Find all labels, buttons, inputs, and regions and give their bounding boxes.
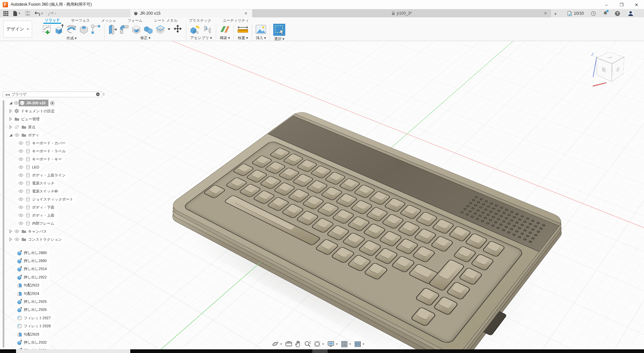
ribbon-tab-3[interactable]: フォーム bbox=[126, 18, 144, 23]
eye-visible-icon[interactable] bbox=[18, 165, 23, 169]
more-caret-icon[interactable] bbox=[167, 28, 171, 31]
eye-visible-icon[interactable] bbox=[14, 238, 19, 241]
save-icon[interactable] bbox=[25, 11, 30, 16]
feature-item[interactable]: 押し出し2914 bbox=[16, 266, 49, 272]
expander-icon[interactable] bbox=[8, 133, 13, 137]
look-at-icon[interactable] bbox=[285, 341, 292, 347]
ribbon-tab-6[interactable]: ユーティリティ bbox=[221, 18, 251, 23]
eye-visible-icon[interactable] bbox=[18, 173, 23, 177]
design-menu-button[interactable]: デザイン▼ bbox=[3, 21, 32, 37]
doc-tab-jr200[interactable]: JR-200 v15 ✕ bbox=[130, 9, 252, 17]
job-status[interactable]: 10/10 bbox=[567, 11, 584, 16]
view-cube[interactable]: Z 上 前 右 bbox=[585, 47, 629, 87]
tree-item[interactable]: キャンバス bbox=[13, 228, 49, 235]
panel-resize-grip[interactable]: ‖ bbox=[103, 93, 105, 96]
eye-visible-icon[interactable] bbox=[18, 206, 23, 209]
tree-item[interactable]: 電源スイッチ bbox=[17, 180, 57, 187]
user-avatar[interactable] bbox=[627, 10, 634, 17]
tree-item[interactable]: ジョイスティックポート bbox=[17, 196, 76, 203]
group-label[interactable]: 選択 ▾ bbox=[274, 36, 285, 41]
redo-icon[interactable]: ▼ bbox=[48, 11, 57, 16]
eye-visible-icon[interactable] bbox=[18, 190, 23, 193]
root-component[interactable]: JR-200 v15 bbox=[19, 100, 48, 106]
press-pull-icon[interactable] bbox=[108, 24, 117, 35]
tree-item[interactable]: 原点 bbox=[13, 124, 38, 130]
offset-icon[interactable] bbox=[155, 25, 165, 34]
close-button[interactable]: ✕ bbox=[629, 0, 644, 9]
group-label[interactable]: 作成 ▾ bbox=[66, 36, 77, 41]
feature-item[interactable]: フィレット2928 bbox=[16, 323, 53, 330]
feature-item[interactable]: 押し出し2932 bbox=[16, 339, 49, 346]
ribbon-tab-1[interactable]: サーフェス bbox=[70, 18, 91, 23]
viewport-3d[interactable]: ◀◀ ブラウザ ‖ JR-200 v15 ドキュメントの設定 ビュー管理 原点 … bbox=[0, 41, 644, 349]
insert-image-icon[interactable] bbox=[256, 25, 266, 34]
eye-visible-icon[interactable] bbox=[13, 101, 19, 105]
group-label[interactable]: 検査 ▾ bbox=[238, 35, 248, 40]
feature-item[interactable]: 押し出し2890 bbox=[16, 257, 49, 264]
ribbon-tab-2[interactable]: メッシュ bbox=[100, 18, 118, 23]
expander-icon[interactable] bbox=[8, 101, 13, 105]
pattern-icon[interactable] bbox=[91, 24, 101, 34]
pan-icon[interactable] bbox=[295, 341, 301, 347]
viewports-icon[interactable]: ▼ bbox=[354, 341, 365, 347]
ribbon-tab-4[interactable]: シート メタル bbox=[153, 18, 179, 23]
grid-snap-icon[interactable]: ▼ bbox=[341, 341, 351, 347]
eye-visible-icon[interactable] bbox=[18, 222, 23, 225]
tree-item[interactable]: キーボード・カバー bbox=[17, 140, 68, 146]
doc-tab-jr100[interactable]: jr100_3* ✕ bbox=[252, 9, 551, 17]
tree-item[interactable]: ボディ・上面ライン bbox=[17, 172, 68, 179]
tree-item[interactable]: ボディ bbox=[13, 132, 42, 138]
ribbon-tab-solid[interactable]: ソリッド bbox=[43, 17, 61, 24]
notifications-bell-icon[interactable] bbox=[603, 11, 608, 16]
tree-item[interactable]: LED bbox=[17, 164, 42, 170]
extrude-icon[interactable] bbox=[54, 24, 64, 35]
zoom-icon[interactable] bbox=[304, 341, 311, 347]
fillet-icon[interactable] bbox=[119, 24, 129, 34]
eye-visible-icon[interactable] bbox=[18, 214, 23, 217]
eye-visible-icon[interactable] bbox=[18, 149, 23, 153]
feature-item[interactable]: 押し出し2925 bbox=[16, 298, 49, 305]
undo-icon[interactable]: ▼ bbox=[35, 11, 43, 16]
minimize-button[interactable]: – bbox=[599, 0, 614, 9]
feature-item[interactable]: 押し出し2922 bbox=[16, 274, 49, 280]
tab-close-icon[interactable]: ✕ bbox=[542, 11, 548, 16]
feature-item[interactable]: 勾配2929 bbox=[16, 331, 42, 338]
joint-icon[interactable] bbox=[202, 24, 212, 34]
combine-icon[interactable] bbox=[143, 24, 153, 34]
group-label[interactable]: 構築 ▾ bbox=[220, 35, 230, 40]
eye-visible-icon[interactable] bbox=[18, 182, 23, 185]
feature-item[interactable]: 押し出し2926 bbox=[16, 307, 49, 313]
group-label[interactable]: 挿入 ▾ bbox=[256, 35, 266, 40]
create-sketch-icon[interactable] bbox=[42, 24, 52, 34]
browser-scrollbar[interactable] bbox=[3, 100, 4, 348]
apps-grid-icon[interactable] bbox=[3, 11, 8, 16]
tree-item[interactable]: キーボード・キー bbox=[17, 156, 64, 162]
group-label[interactable]: アセンブリ ▾ bbox=[190, 35, 212, 40]
tree-item[interactable]: ボディ・下面 bbox=[17, 204, 57, 211]
eye-visible-icon[interactable] bbox=[18, 141, 23, 145]
select-box-icon[interactable] bbox=[273, 24, 285, 36]
tree-item[interactable]: キーボード・ラベル bbox=[17, 148, 68, 154]
shell-icon[interactable] bbox=[131, 24, 141, 34]
construct-plane-icon[interactable] bbox=[219, 24, 230, 34]
feature-item[interactable]: 勾配2924 bbox=[16, 290, 42, 297]
expander-icon[interactable] bbox=[8, 109, 13, 113]
ribbon-tab-5[interactable]: プラスチック bbox=[187, 18, 213, 23]
move-icon[interactable] bbox=[173, 24, 183, 34]
tree-item[interactable]: 内部フレーム bbox=[17, 220, 57, 227]
clock-icon[interactable] bbox=[591, 11, 596, 16]
new-component-icon[interactable] bbox=[190, 24, 200, 34]
new-tab-button[interactable]: + bbox=[551, 11, 560, 16]
file-new-icon[interactable]: ▼ bbox=[13, 11, 21, 16]
group-label[interactable]: 修正 ▾ bbox=[140, 35, 151, 40]
tab-close-icon[interactable]: ✕ bbox=[243, 11, 249, 16]
tree-item[interactable]: ドキュメントの設定 bbox=[13, 108, 57, 114]
panel-options-icon[interactable] bbox=[96, 92, 100, 97]
expander-icon[interactable] bbox=[8, 229, 13, 233]
restore-button[interactable]: ❐ bbox=[614, 0, 629, 9]
eye-visible-icon[interactable] bbox=[14, 230, 19, 233]
display-settings-icon[interactable]: ▼ bbox=[327, 341, 338, 347]
hole-icon[interactable] bbox=[79, 24, 89, 34]
feature-item[interactable]: 勾配2923 bbox=[16, 282, 42, 289]
fit-icon[interactable]: ▼ bbox=[314, 341, 324, 347]
